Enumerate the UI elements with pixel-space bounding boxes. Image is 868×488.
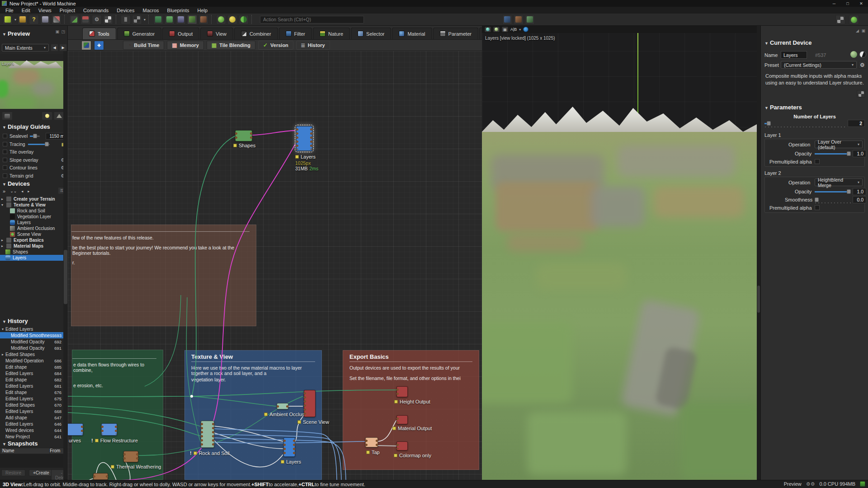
preview-thumbnail[interactable]: Layers <box>0 54 68 109</box>
layout-caret-icon[interactable]: ▾ <box>144 18 146 22</box>
history-item[interactable]: Edited Layers681– <box>0 383 68 389</box>
node-flow-restructure[interactable] <box>101 423 117 436</box>
layer2-premult-checkbox[interactable] <box>815 205 820 210</box>
history-item[interactable]: Modified Opacity692– <box>0 338 68 345</box>
node-tap[interactable] <box>365 437 378 447</box>
menu-file[interactable]: File <box>2 7 17 14</box>
tracing-slider[interactable] <box>28 144 50 145</box>
panel-divider-scrollbar[interactable] <box>757 26 760 480</box>
node-curves[interactable] <box>68 423 83 436</box>
close-button[interactable]: ✕ <box>854 0 868 7</box>
layout-single-icon[interactable] <box>121 15 131 24</box>
menu-views[interactable]: Views <box>35 7 55 14</box>
collapse-all-icon[interactable]: ⌄⌄ <box>10 189 17 193</box>
tracing-checkbox[interactable] <box>3 142 7 146</box>
tree-export-basics[interactable]: ▸Export Basics <box>0 237 68 243</box>
history-item[interactable]: Edited Layers646– <box>0 421 68 427</box>
history-item[interactable]: Edited Layers668– <box>0 408 68 414</box>
add-device-icon[interactable] <box>94 41 104 50</box>
contour-lines-checkbox[interactable] <box>3 165 7 170</box>
tab-parameter[interactable]: Parameter <box>433 28 478 39</box>
history-item[interactable]: ▾Edited Layers– <box>0 326 68 332</box>
preview-popout-icon[interactable]: ◳ <box>61 29 65 34</box>
world-view-icon[interactable] <box>502 15 512 24</box>
display-settings-icon[interactable] <box>2 112 13 120</box>
tree-ambient-occlusion[interactable]: Ambient Occlusion <box>0 225 68 231</box>
node-thermal-weathering[interactable] <box>123 451 138 462</box>
history-item-selected[interactable]: Modified Smoothness693– <box>0 332 68 338</box>
performance-icon[interactable] <box>849 15 859 24</box>
tab-combiner[interactable]: Combiner <box>234 28 278 39</box>
camera-view-icon[interactable] <box>514 15 524 24</box>
help-icon[interactable]: ? <box>29 15 39 24</box>
inspector-float-icon[interactable]: ◢ <box>856 28 859 33</box>
tree-vegetation-layer[interactable]: Vegetation Layer <box>0 214 68 220</box>
menu-macros[interactable]: Macros <box>139 7 162 14</box>
history-item[interactable]: New Project641– <box>0 433 68 440</box>
macro-layout-icon[interactable] <box>81 41 91 50</box>
tree-layers-selected[interactable]: Layers <box>0 255 68 261</box>
layer2-smoothness-value[interactable]: 0.0 <box>853 196 866 203</box>
sphere-split-icon[interactable] <box>239 15 249 24</box>
history-item[interactable]: Edited Shapes670– <box>0 402 68 408</box>
history-item[interactable]: Edit shape676– <box>0 389 68 395</box>
image-view-icon[interactable] <box>198 15 208 24</box>
tab-tools[interactable]: Tools <box>82 28 116 39</box>
contrast-toggle-icon[interactable] <box>859 51 866 58</box>
node-canvas[interactable]: few of the new features of this release.… <box>68 51 482 480</box>
tree-scene-view[interactable]: Scene View <box>0 231 68 237</box>
history-item[interactable]: ▸Edited Shapes– <box>0 351 68 357</box>
sphere-green-icon[interactable] <box>216 15 226 24</box>
lighting-icon[interactable] <box>42 112 52 120</box>
snapshots-list[interactable] <box>0 454 68 468</box>
preview-header[interactable]: ▼Preview <box>0 30 30 37</box>
preset-gear-icon[interactable] <box>859 61 866 69</box>
tree-material-maps[interactable]: ▸Material Maps <box>0 243 68 249</box>
tree-create-your-terrain[interactable]: ▸Create your Terrain <box>0 196 68 202</box>
history-header[interactable]: ▼History <box>0 318 28 324</box>
slope-overlay-checkbox[interactable] <box>3 158 7 162</box>
tab-output[interactable]: Output <box>162 28 199 39</box>
wire-tool-icon[interactable] <box>52 15 61 24</box>
history-item[interactable]: Modified Operation686– <box>0 357 68 364</box>
menu-devices[interactable]: Devices <box>113 7 138 14</box>
device-name-input[interactable] <box>781 51 807 59</box>
new-caret-icon[interactable]: ▾ <box>14 18 16 22</box>
current-device-header[interactable]: ▼Current Device <box>762 39 811 46</box>
lock-view-toggle[interactable] <box>523 27 528 32</box>
tab-material[interactable]: Material <box>392 28 432 39</box>
menu-help[interactable]: Help <box>193 7 211 14</box>
build-time-button[interactable]: Build Time <box>123 41 164 50</box>
node-shapes[interactable] <box>235 130 252 141</box>
menu-blueprints[interactable]: Blueprints <box>164 7 193 14</box>
render-gear-icon[interactable]: ⚙ <box>92 15 102 24</box>
layer1-premult-checkbox[interactable] <box>815 159 820 164</box>
preview-extent-select[interactable]: Main Extents▾ <box>2 44 49 52</box>
material-toggle-icon[interactable] <box>493 27 500 32</box>
node-ambient-occlusion[interactable] <box>277 403 288 409</box>
node-scene-view[interactable] <box>304 390 316 417</box>
view-2d-icon[interactable] <box>153 15 163 24</box>
nav-back-icon[interactable]: ◂ <box>21 189 23 193</box>
grid-toggle-icon[interactable] <box>835 15 845 24</box>
device-options-icon[interactable] <box>80 15 90 24</box>
texture-view-icon[interactable] <box>187 15 197 24</box>
seed-icon[interactable] <box>103 15 113 24</box>
maximize-button[interactable]: □ <box>841 0 854 7</box>
layer2-opacity-value[interactable]: 1.0 <box>853 188 866 195</box>
memory-button[interactable]: ▦Memory <box>167 41 204 50</box>
node-rock-and-soil[interactable] <box>201 421 214 448</box>
node-height-output[interactable] <box>396 386 408 397</box>
history-item[interactable]: Edit shape682– <box>0 376 68 383</box>
layer2-operation-select[interactable]: Heightblend Merge▾ <box>815 178 863 186</box>
tree-layers[interactable]: Layers <box>0 220 68 225</box>
viewport-3d[interactable]: ▦ A|B ▾ Layers [view locked] (1025 x 102… <box>482 26 757 480</box>
ab-caret-icon[interactable]: ▾ <box>519 28 521 32</box>
node-material-output[interactable] <box>396 415 408 424</box>
layout-grid-icon[interactable] <box>132 15 142 24</box>
device-grid-icon[interactable] <box>176 15 186 24</box>
history-item[interactable]: Add shape647– <box>0 414 68 421</box>
view-mode-icon[interactable] <box>485 27 491 32</box>
sealevel-checkbox[interactable] <box>3 134 7 138</box>
tab-nature[interactable]: Nature <box>313 28 350 39</box>
